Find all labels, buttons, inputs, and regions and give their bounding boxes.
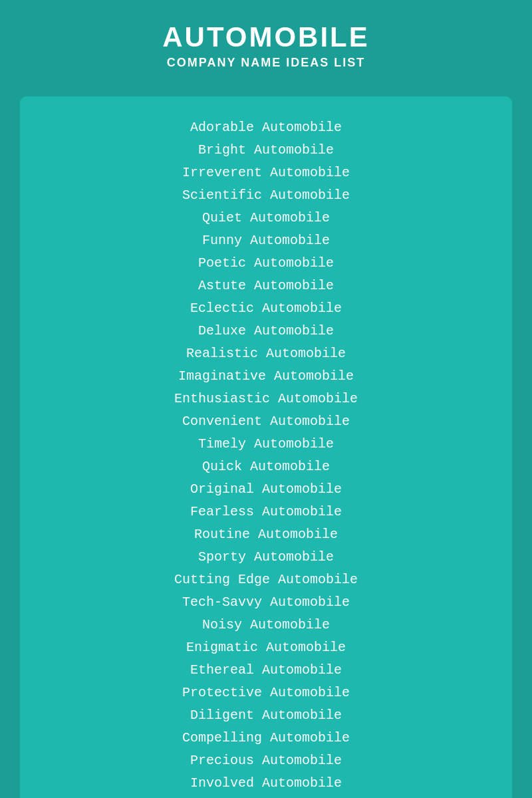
list-item: Realistic Automobile — [174, 342, 358, 365]
list-item: Quiet Automobile — [174, 207, 358, 229]
header-section: AUTOMOBILE COMPANY NAME IDEAS LIST — [0, 0, 532, 83]
list-item: Enthusiastic Automobile — [174, 388, 358, 410]
list-item: Convenient Automobile — [174, 410, 358, 433]
list-item: Poetic Automobile — [174, 252, 358, 275]
list-item: Routine Automobile — [174, 523, 358, 546]
list-item: Deluxe Automobile — [174, 320, 358, 342]
list-item: Adorable Automobile — [174, 116, 358, 139]
list-item: Irreverent Automobile — [174, 162, 358, 184]
list-item: Sporty Automobile — [174, 546, 358, 569]
list-item: Compelling Automobile — [174, 727, 358, 749]
list-item: Precious Automobile — [174, 749, 358, 772]
list-item: Astute Automobile — [174, 275, 358, 297]
list-item: Timely Automobile — [174, 433, 358, 456]
list-item: Ethereal Automobile — [174, 659, 358, 682]
list-item: Fearless Automobile — [174, 501, 358, 523]
list-item: Imaginative Automobile — [174, 365, 358, 388]
main-title: AUTOMOBILE — [13, 21, 519, 53]
list-item: Scientific Automobile — [174, 184, 358, 207]
list-item: Protective Automobile — [174, 682, 358, 704]
page-wrapper: AUTOMOBILE COMPANY NAME IDEAS LIST Adora… — [0, 0, 532, 798]
list-item: Eclectic Automobile — [174, 297, 358, 320]
subtitle: COMPANY NAME IDEAS LIST — [13, 56, 519, 70]
content-box: Adorable AutomobileBright AutomobileIrre… — [20, 96, 512, 798]
list-item: Diligent Automobile — [174, 704, 358, 727]
list-item: Involved Automobile — [174, 772, 358, 795]
list-item: Funny Automobile — [174, 229, 358, 252]
list-item: Cutting Edge Automobile — [174, 569, 358, 591]
list-item: Enigmatic Automobile — [174, 636, 358, 659]
list-item: Liberal Automobile — [174, 795, 358, 798]
list-item: Original Automobile — [174, 478, 358, 501]
list-item: Quick Automobile — [174, 456, 358, 478]
list-item: Noisy Automobile — [174, 614, 358, 636]
company-names-list: Adorable AutomobileBright AutomobileIrre… — [174, 116, 358, 798]
list-item: Bright Automobile — [174, 139, 358, 162]
list-item: Tech-Savvy Automobile — [174, 591, 358, 614]
